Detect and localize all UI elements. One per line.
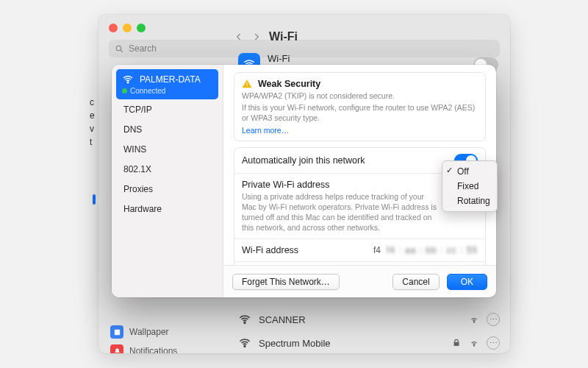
- ok-button[interactable]: OK: [447, 274, 487, 290]
- sidebar-item-label: TCP/IP: [123, 105, 152, 115]
- sidebar-item-tcpip[interactable]: TCP/IP: [116, 100, 218, 119]
- warning-icon: [242, 79, 252, 89]
- sidebar-item-label: 802.1X: [123, 164, 151, 174]
- sidebar-item-label: DNS: [123, 124, 142, 135]
- network-details-sheet: PALMER-DATA Connected TCP/IP DNS WINS 80…: [112, 65, 496, 297]
- sheet-sidebar: PALMER-DATA Connected TCP/IP DNS WINS 80…: [112, 65, 223, 297]
- wifi-address-value: f4 : aa : bb : cc : 55: [387, 245, 478, 255]
- sidebar-item-hardware[interactable]: Hardware: [116, 199, 218, 219]
- forget-network-button[interactable]: Forget This Network…: [232, 274, 340, 290]
- private-address-popover[interactable]: Off Fixed Rotating: [442, 160, 498, 212]
- sheet-main: Weak Security WPA/WPA2 (TKIP) is not con…: [223, 65, 496, 297]
- weak-security-title: Weak Security: [258, 79, 320, 89]
- weak-security-card: Weak Security WPA/WPA2 (TKIP) is not con…: [234, 72, 486, 141]
- popover-option-rotating[interactable]: Rotating: [442, 194, 497, 208]
- weak-security-line2: If this is your Wi-Fi network, configure…: [242, 102, 478, 123]
- status-text: Connected: [130, 87, 165, 95]
- sidebar-item-proxies[interactable]: Proxies: [116, 180, 218, 199]
- sidebar-item-label: PALMER-DATA: [140, 74, 201, 85]
- popover-option-off[interactable]: Off: [442, 164, 497, 179]
- learn-more-link[interactable]: Learn more…: [242, 126, 478, 135]
- popover-option-label: Off: [457, 166, 469, 177]
- wifi-icon: [122, 74, 134, 85]
- sidebar-item-dns[interactable]: DNS: [116, 120, 218, 139]
- auto-join-label: Automatically join this network: [242, 155, 365, 166]
- sidebar-item-network[interactable]: PALMER-DATA Connected: [116, 69, 218, 99]
- popover-option-label: Rotating: [457, 196, 490, 206]
- cropped-edge-text: cevt: [90, 96, 95, 149]
- popover-option-fixed[interactable]: Fixed: [442, 179, 497, 194]
- status-dot-icon: [122, 88, 127, 93]
- wifi-address-label: Wi-Fi address: [242, 245, 298, 255]
- sidebar-item-8021x[interactable]: 802.1X: [116, 160, 218, 179]
- cancel-button[interactable]: Cancel: [392, 274, 439, 290]
- svg-rect-12: [246, 86, 247, 87]
- sidebar-item-wins[interactable]: WINS: [116, 140, 218, 159]
- sidebar-item-label: Proxies: [123, 184, 153, 194]
- private-address-label: Private Wi-Fi address: [242, 180, 329, 190]
- sheet-footer: Forget This Network… Cancel OK: [223, 265, 496, 297]
- wifi-address-prefix: f4: [373, 245, 381, 255]
- left-accent-bar: [93, 194, 96, 205]
- sidebar-item-label: WINS: [123, 144, 146, 155]
- svg-point-10: [127, 82, 129, 83]
- svg-rect-11: [246, 82, 247, 85]
- popover-option-label: Fixed: [457, 181, 478, 191]
- private-address-desc: Using a private address helps reduce tra…: [242, 191, 440, 233]
- wifi-address-row: Wi-Fi address f4 f4 : aa : bb : cc : 55: [234, 238, 485, 261]
- sidebar-item-label: Hardware: [123, 204, 162, 214]
- weak-security-line1: WPA/WPA2 (TKIP) is not considered secure…: [242, 91, 478, 101]
